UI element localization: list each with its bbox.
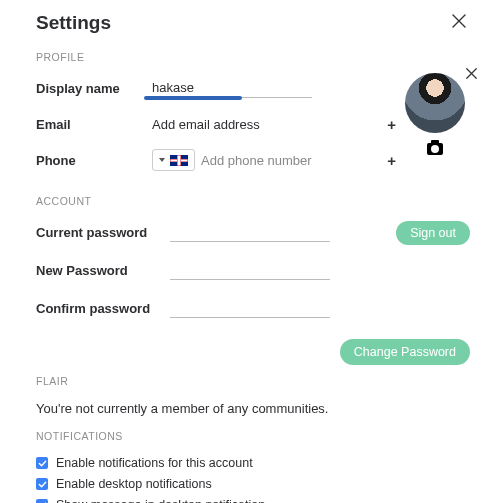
confirm-password-input[interactable] (170, 298, 330, 318)
new-password-input[interactable] (170, 260, 330, 280)
notification-checkbox[interactable] (36, 478, 48, 490)
notifications-section-heading: NOTIFICATIONS (36, 430, 470, 442)
account-section-heading: ACCOUNT (36, 195, 470, 207)
notification-label: Enable notifications for this account (56, 456, 253, 470)
notification-item: Show message in desktop notification (36, 498, 470, 503)
settings-title: Settings (36, 12, 111, 34)
new-password-label: New Password (36, 263, 170, 278)
display-name-input[interactable] (152, 78, 312, 98)
camera-icon[interactable] (427, 143, 443, 155)
change-password-button[interactable]: Change Password (340, 339, 470, 365)
add-email-plus-icon[interactable]: + (383, 116, 400, 133)
notification-label: Enable desktop notifications (56, 477, 212, 491)
caret-down-icon (159, 158, 165, 162)
phone-input[interactable] (201, 153, 375, 168)
add-phone-plus-icon[interactable]: + (383, 152, 400, 169)
flair-section-heading: FLAIR (36, 375, 470, 387)
notification-item: Enable notifications for this account (36, 456, 470, 470)
current-password-label: Current password (36, 225, 170, 240)
profile-section-heading: PROFILE (36, 51, 470, 63)
notification-item: Enable desktop notifications (36, 477, 470, 491)
phone-label: Phone (36, 153, 152, 168)
current-password-input[interactable] (170, 222, 330, 242)
close-icon[interactable] (448, 10, 470, 35)
notification-label: Show message in desktop notification (56, 498, 265, 503)
confirm-password-label: Confirm password (36, 301, 170, 316)
notification-checkbox[interactable] (36, 457, 48, 469)
email-label: Email (36, 117, 152, 132)
avatar-remove-icon[interactable] (466, 67, 477, 82)
phone-country-selector[interactable] (152, 149, 195, 171)
display-name-underline (144, 96, 242, 100)
notification-checkbox[interactable] (36, 499, 48, 503)
flag-gb-icon (170, 155, 188, 166)
sign-out-button[interactable]: Sign out (396, 221, 470, 245)
flair-text: You're not currently a member of any com… (36, 401, 470, 416)
add-email-link[interactable]: Add email address (152, 117, 375, 132)
display-name-label: Display name (36, 81, 152, 96)
avatar[interactable] (405, 73, 465, 133)
